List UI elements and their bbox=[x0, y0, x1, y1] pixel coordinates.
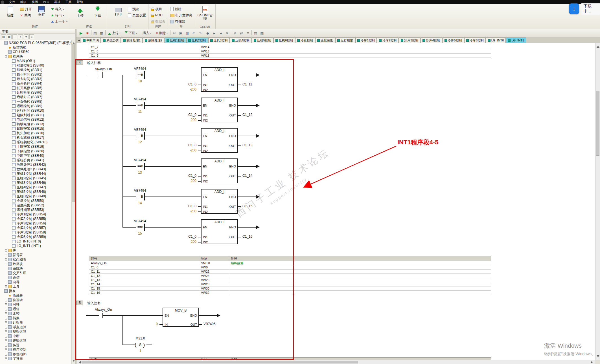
tree-item[interactable]: 电流信号 (SBR12) bbox=[0, 117, 75, 122]
tree-item[interactable]: 机头减载 (SBR17) bbox=[0, 135, 75, 140]
tree-item[interactable]: 压机6控制 (SBR49) bbox=[0, 194, 75, 198]
contact-left-bar[interactable] bbox=[99, 313, 99, 318]
print-button[interactable]: 打印 bbox=[110, 5, 126, 24]
next-bookmark-icon[interactable]: ▸ bbox=[211, 30, 217, 36]
memory-button[interactable]: 存储器 bbox=[170, 19, 192, 24]
in2-operand[interactable]: -200 bbox=[174, 118, 196, 122]
pou-tab[interactable]: 冷库3控制 bbox=[399, 37, 420, 43]
sort-icon[interactable]: ▾ bbox=[24, 34, 29, 39]
symbol-table-row[interactable]: C1_15 VW30 bbox=[89, 286, 491, 291]
tree-item[interactable]: LG_INT1 (INT1) bbox=[0, 244, 75, 248]
in2-operand[interactable]: -200 bbox=[174, 88, 196, 91]
tree-item[interactable]: 压机4控制 (SBR47) bbox=[0, 185, 75, 189]
tree-item[interactable]: 冷库2控制 (SBR55) bbox=[0, 217, 75, 221]
tree-item[interactable]: 冷库4控制 (SBR57) bbox=[0, 226, 75, 230]
tree-item[interactable]: 指令 bbox=[0, 289, 75, 293]
tree-item[interactable]: 冷库3控制 (SBR56) bbox=[0, 221, 75, 226]
tree-item[interactable]: 期限判断 (SBR11) bbox=[0, 113, 75, 117]
out-operand[interactable]: VB7495 bbox=[203, 322, 223, 326]
tree-expander[interactable]: + bbox=[5, 321, 7, 324]
tree-item[interactable]: 故障处理2 (SBR43) bbox=[0, 167, 75, 171]
close-button[interactable]: ✕关闭 bbox=[20, 13, 32, 18]
compare-value[interactable]: 13 bbox=[135, 171, 144, 175]
tree-item[interactable]: + 逻辑运算 bbox=[0, 338, 75, 343]
tree-expander[interactable]: + bbox=[5, 317, 7, 319]
network-number[interactable]: 4 bbox=[76, 60, 83, 65]
tree-item[interactable]: + 库 bbox=[0, 248, 75, 253]
tree-expander[interactable]: + bbox=[5, 348, 7, 351]
in1-operand[interactable]: C1_0 bbox=[174, 174, 196, 178]
add-i-box[interactable]: ADD_I EN ENO IN1 IN2 OUT bbox=[201, 158, 238, 183]
tree-item[interactable]: + 计数器 bbox=[0, 320, 75, 325]
tree-item[interactable]: 压机2控制 (SBR45) bbox=[0, 176, 75, 180]
tree-item[interactable]: 压机5控制 (SBR48) bbox=[0, 189, 75, 194]
previous-button[interactable]: 上一个▾ bbox=[51, 19, 67, 24]
tree-item[interactable]: + 整数运算 bbox=[0, 329, 75, 334]
tree-item[interactable]: 运行期限 (SBR53) bbox=[0, 208, 75, 212]
tree-expander[interactable]: + bbox=[5, 254, 7, 256]
pou-tab[interactable]: 压机5控制 bbox=[252, 37, 273, 43]
preview-button[interactable]: 预览 bbox=[128, 6, 146, 12]
new-button[interactable]: 新建 bbox=[2, 5, 18, 24]
tree-item[interactable]: 冷库6控制 (SBR59) bbox=[0, 235, 75, 239]
menu-item[interactable]: 工具 bbox=[63, 0, 74, 4]
tree-expander[interactable]: + bbox=[5, 335, 7, 337]
ladder-canvas[interactable]: C1_7 VW14 C1_8 VW16 C1_9 VW18 bbox=[76, 43, 595, 360]
vertical-scrollbar[interactable] bbox=[595, 43, 600, 360]
pou-tab[interactable]: 压机6控制 bbox=[273, 37, 295, 43]
network-comment[interactable]: 输入注释 bbox=[87, 301, 101, 306]
tree-expander[interactable]: + bbox=[5, 285, 7, 288]
clear-bookmark-icon[interactable]: ✕ bbox=[224, 30, 230, 36]
tree-item[interactable]: 运行时间 (SBR10) bbox=[0, 108, 75, 113]
stop-icon[interactable]: ■ bbox=[85, 30, 90, 36]
tree-expander[interactable]: + bbox=[5, 358, 7, 360]
tree-expander[interactable]: + bbox=[5, 249, 7, 252]
tree-expander[interactable]: + bbox=[5, 326, 7, 328]
add-i-box[interactable]: ADD_I EN ENO IN1 IN2 OUT bbox=[201, 189, 238, 214]
in-operand[interactable]: 0 bbox=[144, 322, 158, 326]
symbol-table-row[interactable]: C1_9 VW18 bbox=[89, 54, 491, 58]
copy-icon[interactable]: ▣ bbox=[178, 30, 183, 36]
compare-operand[interactable]: VB7494 bbox=[127, 98, 153, 101]
tree-item[interactable]: 高开长停 (SBR4) bbox=[0, 81, 75, 86]
pou-tab[interactable]: 压机2控制 bbox=[186, 37, 208, 43]
pou-tab[interactable]: 冷库4控制 bbox=[421, 37, 442, 43]
pou-tab[interactable]: 压机3控制 bbox=[208, 37, 230, 43]
scroll-down-icon[interactable] bbox=[597, 355, 599, 359]
add-i-box[interactable]: ADD_I EN ENO IN1 IN2 OUT bbox=[201, 98, 238, 122]
tree-item[interactable]: + 通信 bbox=[0, 307, 75, 311]
compare-operand[interactable]: VB7494 bbox=[127, 128, 153, 132]
toolbar-separator[interactable] bbox=[231, 30, 231, 35]
symbol-table-row[interactable]: C1_0 VW0 bbox=[89, 265, 491, 270]
run-icon[interactable]: ▶ bbox=[78, 30, 84, 36]
tree-item[interactable]: + 传送 bbox=[0, 343, 75, 347]
tree-item[interactable]: + 数据块 bbox=[0, 262, 75, 266]
tree-item[interactable]: + 浮点运算 bbox=[0, 325, 75, 329]
compare-value[interactable]: 14 bbox=[135, 201, 144, 205]
tree-item[interactable]: 一百毫秒 (SBR8) bbox=[0, 99, 75, 104]
menu-item[interactable]: 编辑 bbox=[18, 0, 29, 4]
previous-bookmark-icon[interactable]: ◂ bbox=[218, 30, 224, 36]
properties-icon[interactable]: ▦ bbox=[259, 30, 265, 36]
symbol-info-table-icon[interactable]: ≡ bbox=[245, 30, 251, 36]
symbol-table-row[interactable]: Always_On SM0.0 始终接通 bbox=[89, 261, 491, 265]
symbol-table-row[interactable]: C1_13 VW26 bbox=[89, 278, 491, 282]
in2-operand[interactable]: -200 bbox=[174, 149, 196, 152]
open-item-icon[interactable]: ▦ bbox=[7, 34, 12, 39]
pou-tab[interactable]: 冷库2控制 bbox=[377, 37, 398, 43]
download-dropdown-button[interactable]: 下载▾ bbox=[123, 30, 139, 36]
protect-pou-button[interactable]: POU bbox=[151, 13, 165, 18]
tree-item[interactable]: 温度采集 (SBR52) bbox=[0, 203, 75, 208]
pou-tab[interactable]: 冷库5控制 bbox=[443, 37, 464, 43]
tree-expander[interactable]: + bbox=[5, 303, 7, 306]
in1-operand[interactable]: C1_0 bbox=[174, 144, 196, 147]
compare-operator[interactable]: ==B bbox=[136, 103, 144, 107]
tree-expander[interactable]: + bbox=[5, 312, 7, 315]
tree-item[interactable]: 启动方式 (SBR7) bbox=[0, 95, 75, 99]
out-operand[interactable]: C1_16 bbox=[242, 235, 262, 239]
tree-item[interactable]: 延时检测 (SBR6) bbox=[0, 90, 75, 95]
pou-tab[interactable]: 冷库6控制 bbox=[464, 37, 486, 43]
upload-dropdown-button[interactable]: 上传▾ bbox=[106, 30, 122, 36]
compare-operator[interactable]: ==B bbox=[136, 164, 144, 168]
out-operand[interactable]: C1_12 bbox=[242, 113, 262, 117]
